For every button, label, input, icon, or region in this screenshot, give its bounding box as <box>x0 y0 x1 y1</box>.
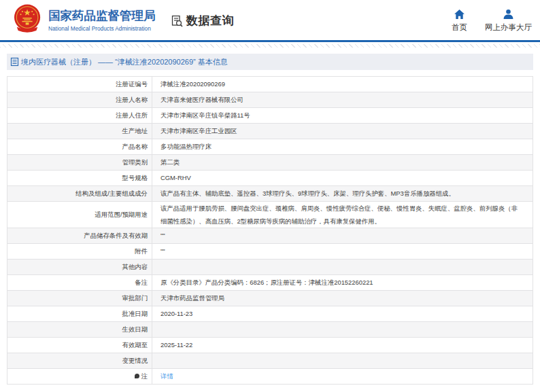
table-row: 附件"" <box>7 244 533 260</box>
row-label: 生产地址 <box>7 124 152 139</box>
nav-home-label: 首页 <box>452 22 467 33</box>
table-row: 产品名称多功能温热理疗床 <box>7 139 533 155</box>
table-row: 生产地址天津市津南区辛庄工业园区 <box>7 124 533 139</box>
user-icon <box>503 9 514 20</box>
row-value: 天津市津南区辛庄工业园区 <box>152 124 533 139</box>
nav-online-hall-label: 网上办事大厅 <box>485 22 532 33</box>
row-value: CGM-RHV <box>152 171 533 186</box>
nav-home[interactable]: 首页 <box>452 9 467 33</box>
breadcrumb-text: 境内医疗器械（注册） —— “津械注准20202090269” 基本信息 <box>21 57 228 67</box>
data-query-label: 数据查询 <box>186 13 234 29</box>
row-value: 天津市津南区辛庄镇辛柴路11号 <box>152 108 533 124</box>
row-value <box>152 353 533 369</box>
row-value: 天津市药品监督管理局 <box>152 291 533 306</box>
table-row: 其他内容 <box>7 260 533 275</box>
data-query-section[interactable]: 数据查询 <box>170 13 234 29</box>
site-logo: 国家药品监督管理局 National Medical Products Admi… <box>14 3 156 33</box>
row-value: 详情 <box>152 369 533 385</box>
table-row: 型号规格CGM-RHV <box>7 171 533 186</box>
row-label: 备注 <box>7 275 152 291</box>
row-value: 多功能温热理疗床 <box>152 139 533 155</box>
row-label: 变更情况 <box>7 353 152 369</box>
row-value: "" <box>152 244 533 260</box>
info-table: 注册证编号津械注准20202090269注册人名称天津喜来健医疗器械有限公司注册… <box>7 76 533 385</box>
data-query-icon <box>170 14 184 28</box>
table-row: 生效日期 <box>7 322 533 338</box>
row-value <box>152 322 533 338</box>
row-value: 2020-11-23 <box>152 306 533 322</box>
row-label: 注 <box>7 369 152 385</box>
info-table-body: 注册证编号津械注准20202090269注册人名称天津喜来健医疗器械有限公司注册… <box>7 77 533 385</box>
table-row: 注册人名称天津喜来健医疗器械有限公司 <box>7 92 533 108</box>
row-label: 产品储存条件及有效期 <box>7 228 152 244</box>
row-label: 注册证编号 <box>7 77 152 92</box>
row-label: 管理类别 <box>7 155 152 171</box>
table-row: 备注原《分类目录》产品分类编码：6826；原注册证号：津械注准201522602… <box>7 275 533 291</box>
table-row: 适用范围/预期用途该产品适用于腰肌劳损、腰间盘突出症、颈椎病、肩周炎、慢性疲劳综… <box>7 202 533 228</box>
row-label: 其他内容 <box>7 260 152 275</box>
row-label: 型号规格 <box>7 171 152 186</box>
row-value: "" <box>152 228 533 244</box>
row-value: 天津喜来健医疗器械有限公司 <box>152 92 533 108</box>
row-label: 审批部门 <box>7 291 152 306</box>
row-label: 注册人住所 <box>7 108 152 124</box>
table-row: 结构及组成/主要组成成分该产品有主体、辅助底垫、遥控器、3球理疗头、9球理疗头、… <box>7 186 533 202</box>
note-icon <box>135 374 139 378</box>
row-label: 批准日期 <box>7 306 152 322</box>
table-row: 注详情 <box>7 369 533 385</box>
table-row: 批准日期2020-11-23 <box>7 306 533 322</box>
row-value: 津械注准20202090269 <box>152 77 533 92</box>
row-label: 产品名称 <box>7 139 152 155</box>
row-label: 注册人名称 <box>7 92 152 108</box>
home-icon <box>454 9 465 20</box>
table-row: 注册证编号津械注准20202090269 <box>7 77 533 92</box>
table-row: 变更情况 <box>7 353 533 369</box>
details-link[interactable]: 详情 <box>161 372 173 380</box>
document-icon <box>10 57 19 67</box>
table-row: 产品储存条件及有效期"" <box>7 228 533 244</box>
row-label: 附件 <box>7 244 152 260</box>
row-value <box>152 260 533 275</box>
row-value: 原《分类目录》产品分类编码：6826；原注册证号：津械注准20152260221 <box>152 275 533 291</box>
row-label: 结构及组成/主要组成成分 <box>7 186 152 202</box>
site-title: 国家药品监督管理局 <box>48 7 156 24</box>
table-row: 审批部门天津市药品监督管理局 <box>7 291 533 306</box>
top-nav: 首页 网上办事大厅 <box>452 9 532 33</box>
row-value: 该产品适用于腰肌劳损、腰间盘突出症、颈椎病、肩周炎、慢性疲劳综合症、便秘、慢性胃… <box>152 202 533 228</box>
site-subtitle: National Medical Products Administration <box>48 25 156 32</box>
national-emblem-icon <box>14 3 42 33</box>
row-value: 2025-11-22 <box>152 338 533 353</box>
nav-online-hall[interactable]: 网上办事大厅 <box>485 9 532 33</box>
table-row: 有效期至2025-11-22 <box>7 338 533 353</box>
site-header: 国家药品监督管理局 National Medical Products Admi… <box>0 0 540 42</box>
table-row: 注册人住所天津市津南区辛庄镇辛柴路11号 <box>7 108 533 124</box>
table-row: 管理类别第二类 <box>7 155 533 171</box>
hatch-divider <box>0 44 540 48</box>
row-value: 第二类 <box>152 155 533 171</box>
breadcrumb-bar: 境内医疗器械（注册） —— “津械注准20202090269” 基本信息 <box>7 54 533 70</box>
row-label: 有效期至 <box>7 338 152 353</box>
row-value: 该产品有主体、辅助底垫、遥控器、3球理疗头、9球理疗头、床架、理疗头护套、MP3… <box>152 186 533 202</box>
row-label: 适用范围/预期用途 <box>7 202 152 228</box>
row-label: 生效日期 <box>7 322 152 338</box>
